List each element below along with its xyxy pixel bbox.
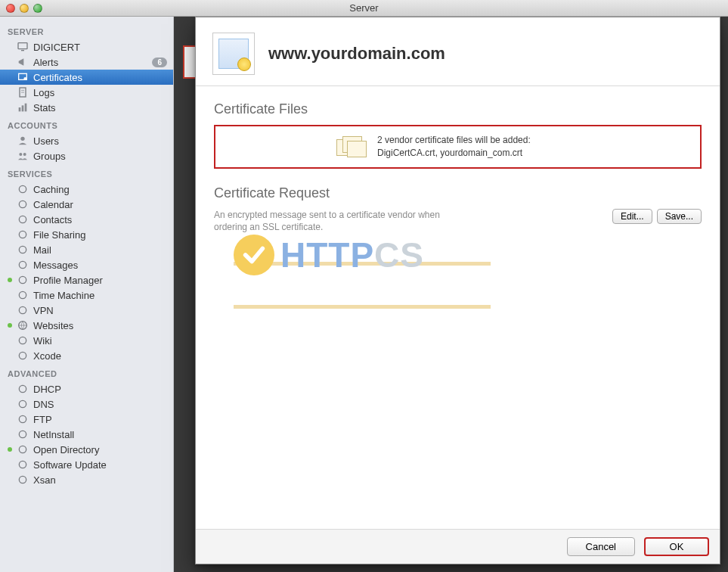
dns-icon bbox=[17, 398, 29, 410]
request-section-title: Certificate Request bbox=[214, 185, 702, 201]
main-area: SERVERDIGICERTAlerts6CertificatesLogsSta… bbox=[0, 17, 728, 572]
sidebar-item-stats[interactable]: Stats bbox=[0, 100, 173, 115]
request-description: An encrypted message sent to a certifica… bbox=[214, 209, 471, 235]
directory-icon bbox=[17, 443, 29, 455]
svg-point-30 bbox=[19, 461, 26, 468]
sidebar-item-messages[interactable]: Messages bbox=[0, 257, 173, 272]
folder-icon bbox=[17, 228, 29, 241]
monitor-icon bbox=[17, 41, 29, 53]
sidebar-item-netinstall[interactable]: NetInstall bbox=[0, 427, 173, 442]
sheet-body: Certificate Files 2 vendor certificate f… bbox=[196, 86, 720, 529]
svg-point-16 bbox=[19, 231, 26, 238]
svg-point-29 bbox=[19, 446, 26, 452]
svg-point-15 bbox=[19, 216, 26, 222]
svg-point-17 bbox=[19, 246, 26, 253]
sidebar-item-users[interactable]: Users bbox=[0, 133, 173, 148]
sidebar-item-xcode[interactable]: Xcode bbox=[0, 348, 173, 363]
update-icon bbox=[17, 459, 29, 471]
sidebar-item-profile-manager[interactable]: Profile Manager bbox=[0, 272, 173, 288]
sidebar-item-contacts[interactable]: Contacts bbox=[0, 212, 173, 227]
megaphone-icon bbox=[17, 56, 29, 68]
svg-point-3 bbox=[23, 77, 26, 80]
sidebar-item-label: Xsan bbox=[33, 474, 167, 486]
sidebar-section-header: ACCOUNTS bbox=[0, 115, 173, 133]
svg-point-21 bbox=[19, 306, 26, 313]
sidebar-item-mail[interactable]: Mail bbox=[0, 242, 173, 257]
svg-point-26 bbox=[19, 400, 26, 407]
svg-rect-8 bbox=[22, 105, 24, 111]
sidebar-item-label: Mail bbox=[33, 244, 167, 256]
status-dot-icon bbox=[8, 447, 12, 452]
sidebar-item-xsan[interactable]: Xsan bbox=[0, 472, 173, 487]
messages-icon bbox=[17, 259, 29, 271]
sidebar-item-open-directory[interactable]: Open Directory bbox=[0, 442, 173, 457]
window-title: Server bbox=[0, 2, 728, 14]
watermark-check-icon bbox=[234, 235, 274, 275]
svg-point-28 bbox=[19, 431, 26, 437]
sidebar-item-dns[interactable]: DNS bbox=[0, 396, 173, 412]
files-section-title: Certificate Files bbox=[214, 101, 702, 117]
sidebar-item-label: Logs bbox=[33, 87, 167, 98]
svg-point-13 bbox=[19, 185, 26, 192]
sidebar-item-websites[interactable]: Websites bbox=[0, 318, 173, 333]
gear-icon bbox=[17, 274, 29, 286]
svg-rect-1 bbox=[21, 50, 24, 51]
sidebar-item-label: Groups bbox=[33, 151, 167, 162]
sidebar-item-ftp[interactable]: FTP bbox=[0, 412, 173, 427]
sidebar-item-software-update[interactable]: Software Update bbox=[0, 457, 173, 472]
sidebar-item-time-machine[interactable]: Time Machine bbox=[0, 288, 173, 303]
sidebar-item-label: Time Machine bbox=[33, 290, 167, 301]
user-icon bbox=[17, 135, 29, 147]
sidebar-item-label: Calendar bbox=[33, 199, 167, 210]
mail-icon bbox=[17, 244, 29, 256]
dhcp-icon bbox=[17, 383, 29, 395]
sidebar-item-dhcp[interactable]: DHCP bbox=[0, 381, 173, 396]
cancel-button[interactable]: Cancel bbox=[567, 537, 635, 556]
titlebar: Server bbox=[0, 0, 728, 17]
svg-point-12 bbox=[23, 153, 26, 156]
sidebar-section-header: SERVER bbox=[0, 21, 173, 39]
sidebar-item-certificates[interactable]: Certificates bbox=[0, 70, 173, 85]
svg-point-20 bbox=[19, 291, 26, 298]
sidebar-item-caching[interactable]: Caching bbox=[0, 182, 173, 197]
sidebar-item-label: Messages bbox=[33, 260, 167, 271]
sidebar-item-vpn[interactable]: VPN bbox=[0, 303, 173, 318]
sidebar-item-label: Profile Manager bbox=[33, 275, 167, 286]
sidebar-item-groups[interactable]: Groups bbox=[0, 148, 173, 163]
content-area: www.yourdomain.com Certificate Files 2 v… bbox=[174, 17, 728, 572]
netinstall-icon bbox=[17, 428, 29, 440]
sheet-footer: Cancel OK bbox=[196, 529, 720, 564]
ok-button[interactable]: OK bbox=[644, 537, 709, 556]
sidebar-item-file-sharing[interactable]: File Sharing bbox=[0, 227, 173, 242]
sidebar-item-label: Open Directory bbox=[33, 444, 167, 455]
wiki-icon bbox=[17, 334, 29, 347]
svg-point-31 bbox=[19, 476, 26, 483]
sidebar-item-logs[interactable]: Logs bbox=[0, 85, 173, 100]
sidebar-item-label: Contacts bbox=[33, 214, 167, 225]
sidebar-item-label: Users bbox=[33, 135, 167, 147]
hammer-icon bbox=[17, 350, 29, 362]
save-button[interactable]: Save... bbox=[657, 209, 702, 224]
sidebar-item-label: Xcode bbox=[33, 350, 167, 362]
sidebar-item-label: VPN bbox=[33, 305, 167, 316]
sheet-header: www.yourdomain.com bbox=[196, 17, 720, 86]
svg-rect-0 bbox=[18, 43, 27, 49]
svg-point-11 bbox=[19, 153, 22, 156]
files-line-1: 2 vendor certificate files will be added… bbox=[377, 134, 531, 147]
sidebar-item-alerts[interactable]: Alerts6 bbox=[0, 54, 173, 70]
edit-button[interactable]: Edit... bbox=[612, 209, 652, 224]
certificate-files-box: 2 vendor certificate files will be added… bbox=[214, 125, 702, 169]
certificate-icon bbox=[17, 71, 29, 83]
sidebar-item-wiki[interactable]: Wiki bbox=[0, 333, 173, 348]
svg-point-19 bbox=[19, 276, 26, 283]
document-icon bbox=[17, 86, 29, 98]
sidebar-item-label: DHCP bbox=[33, 384, 167, 395]
sidebar-item-label: Alerts bbox=[33, 57, 147, 68]
sidebar-item-label: File Sharing bbox=[33, 229, 167, 241]
svg-rect-7 bbox=[19, 107, 21, 111]
certificate-sheet: www.yourdomain.com Certificate Files 2 v… bbox=[195, 17, 720, 564]
sidebar-item-digicert[interactable]: DIGICERT bbox=[0, 39, 173, 54]
sidebar-item-calendar[interactable]: Calendar bbox=[0, 197, 173, 212]
clock-icon bbox=[17, 289, 29, 301]
certificate-thumbnail bbox=[212, 33, 255, 75]
